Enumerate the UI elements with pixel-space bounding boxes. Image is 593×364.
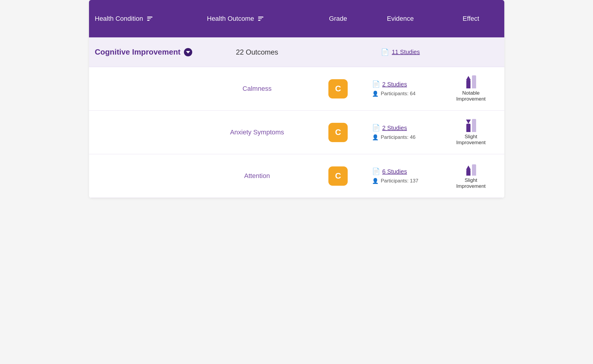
row-condition-empty-anxiety xyxy=(89,111,201,154)
effect-label-anxiety: Slight Improvement xyxy=(456,134,486,146)
row-effect-attention: Slight Improvement xyxy=(438,154,504,198)
evidence-participants-attention: 👤 Participants: 137 xyxy=(372,178,419,184)
effect-label-calmness: Notable Improvement xyxy=(456,90,486,102)
row-grade-anxiety: C xyxy=(313,111,363,154)
arrow-up-icon-attention xyxy=(466,166,471,170)
row-effect-anxiety: Slight Improvement xyxy=(438,111,504,154)
summary-grade-cell xyxy=(313,37,363,67)
person-icon-attention: 👤 xyxy=(372,178,379,184)
row-effect-calmness: Notable Improvement xyxy=(438,67,504,110)
row-evidence-anxiety: 📄 2 Studies 👤 Participants: 46 xyxy=(363,111,438,154)
doc-icon-attention: 📄 xyxy=(372,168,380,175)
effect-label: Effect xyxy=(463,15,479,23)
row-evidence-attention: 📄 6 Studies 👤 Participants: 137 xyxy=(363,154,438,198)
bar2-attention xyxy=(472,164,476,176)
bar1-calmness xyxy=(466,80,470,88)
row-grade-attention: C xyxy=(313,154,363,198)
bar1-attention xyxy=(466,170,470,176)
arrow-down-icon-anxiety xyxy=(466,120,471,124)
header-effect: Effect xyxy=(438,0,504,37)
row-grade-calmness: C xyxy=(313,67,363,110)
main-table: Health Condition Health Outcome Grade Ev… xyxy=(89,0,504,198)
studies-link-attention[interactable]: 6 Studies xyxy=(382,168,407,175)
table-row: Attention C 📄 6 Studies 👤 Participants: … xyxy=(89,154,504,198)
bar2-calmness xyxy=(472,75,476,88)
row-outcome-attention: Attention xyxy=(201,154,313,198)
grade-label: Grade xyxy=(329,15,347,23)
doc-icon-anxiety: 📄 xyxy=(372,124,380,132)
table-header: Health Condition Health Outcome Grade Ev… xyxy=(89,0,504,37)
outcome-name-attention: Attention xyxy=(244,172,270,180)
health-condition-label: Health Condition xyxy=(95,15,143,23)
person-icon-calmness: 👤 xyxy=(372,90,379,97)
evidence-studies-anxiety: 📄 2 Studies xyxy=(372,124,407,132)
summary-studies-link[interactable]: 11 Studies xyxy=(392,49,420,55)
row-outcome-anxiety: Anxiety Symptoms xyxy=(201,111,313,154)
table-row: Calmness C 📄 2 Studies 👤 Participants: 6… xyxy=(89,67,504,111)
evidence-participants-calmness: 👤 Participants: 64 xyxy=(372,90,416,97)
condition-name: Cognitive Improvement xyxy=(95,47,181,57)
row-evidence-calmness: 📄 2 Studies 👤 Participants: 64 xyxy=(363,67,438,110)
participants-attention: Participants: 137 xyxy=(381,178,419,184)
studies-link-calmness[interactable]: 2 Studies xyxy=(382,81,407,88)
header-health-condition: Health Condition xyxy=(89,0,201,37)
effect-icon-calmness xyxy=(466,75,476,88)
expand-button[interactable] xyxy=(184,48,192,56)
outcome-name-anxiety: Anxiety Symptoms xyxy=(230,128,284,136)
evidence-label: Evidence xyxy=(387,15,414,23)
bar2-anxiety xyxy=(472,119,476,132)
header-evidence: Evidence xyxy=(363,0,438,37)
header-grade: Grade xyxy=(313,0,363,37)
participants-anxiety: Participants: 46 xyxy=(381,134,416,140)
row-condition-empty-calmness xyxy=(89,67,201,110)
evidence-studies-calmness: 📄 2 Studies xyxy=(372,80,407,88)
doc-icon-calmness: 📄 xyxy=(372,80,380,88)
evidence-studies-attention: 📄 6 Studies xyxy=(372,168,407,175)
health-outcome-filter-icon[interactable] xyxy=(258,17,263,21)
summary-effect-cell xyxy=(438,37,504,67)
header-health-outcome: Health Outcome xyxy=(201,0,313,37)
studies-link-anxiety[interactable]: 2 Studies xyxy=(382,125,407,131)
bar1-anxiety xyxy=(466,124,470,132)
outcome-name-calmness: Calmness xyxy=(243,85,272,93)
grade-badge-calmness: C xyxy=(328,79,348,98)
evidence-participants-anxiety: 👤 Participants: 46 xyxy=(372,134,416,141)
summary-outcomes-cell: 22 Outcomes xyxy=(201,37,313,67)
row-condition-empty-attention xyxy=(89,154,201,198)
person-icon-anxiety: 👤 xyxy=(372,134,379,141)
effect-icon-attention xyxy=(466,163,476,176)
effect-label-attention: Slight Improvement xyxy=(456,177,486,189)
summary-condition-cell: Cognitive Improvement xyxy=(89,37,201,67)
summary-evidence-cell: 📄 11 Studies xyxy=(363,37,438,67)
arrow-up-icon-calmness xyxy=(466,76,471,80)
health-outcome-label: Health Outcome xyxy=(207,15,254,23)
effect-icon-anxiety xyxy=(466,119,476,132)
outcomes-count: 22 Outcomes xyxy=(236,48,278,56)
row-outcome-calmness: Calmness xyxy=(201,67,313,110)
health-condition-filter-icon[interactable] xyxy=(147,17,152,21)
doc-icon: 📄 xyxy=(381,48,389,56)
summary-row: Cognitive Improvement 22 Outcomes 📄 11 S… xyxy=(89,37,504,67)
grade-badge-attention: C xyxy=(328,166,348,186)
grade-badge-anxiety: C xyxy=(328,123,348,142)
table-row: Anxiety Symptoms C 📄 2 Studies 👤 Partici… xyxy=(89,111,504,154)
participants-calmness: Participants: 64 xyxy=(381,91,416,97)
